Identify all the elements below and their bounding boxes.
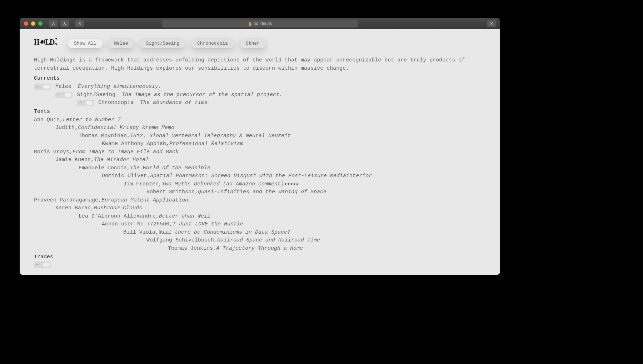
text-author: Boris Groys,: [34, 148, 73, 156]
currents-list: ⤻Melee Everything simultaneously.⤻Sight/…: [34, 83, 486, 107]
text-row[interactable]: Thomas Moynihan, TH12. Global Vertebral …: [79, 132, 486, 140]
address-bar[interactable]: 🔒 ho.ldin.gs: [162, 20, 358, 28]
toolbar-button-3[interactable]: 8: [75, 20, 84, 27]
text-row[interactable]: Judith, Confidential Krispy Kreme Memo: [55, 124, 486, 132]
site-logo[interactable]: H☙LDℑNGS: [34, 35, 57, 51]
text-row[interactable]: Bill Viola, Will there be Condominiums i…: [123, 229, 486, 237]
text-title: The Mirador Hotel: [94, 156, 149, 164]
text-title: Better than Well: [159, 213, 210, 221]
text-author: Ann Quin,: [34, 116, 63, 124]
current-desc: The abundance of time.: [140, 99, 211, 107]
text-title: A Trajectory Through a Home: [216, 245, 303, 253]
text-author: Bill Viola,: [123, 229, 159, 237]
text-row[interactable]: Dominic Oliver, Spatial Pharmakon: Scree…: [102, 172, 486, 180]
traffic-lights: [24, 21, 43, 26]
toolbar-button-2[interactable]: [60, 20, 69, 27]
branch-icon: [63, 21, 67, 26]
text-title: Railroad Space and Railroad Time: [217, 236, 320, 245]
browser-window: 8 🔒 ho.ldin.gs: [20, 18, 500, 275]
text-author: Praveen Paranagamage,: [34, 196, 101, 205]
text-author: Karen Barad,: [55, 204, 94, 213]
current-desc: Everything simultaneously.: [78, 83, 161, 91]
text-title: Mushroom Clouds: [94, 204, 142, 213]
text-row[interactable]: 4chan user No.7726560, I Just LOVE the H…: [102, 220, 486, 229]
text-author: Thomas Jenkins,: [168, 245, 216, 253]
nav-button-show-all[interactable]: Show All: [68, 39, 103, 48]
text-title: Two Myths Debunked (an Amazon comment): [162, 180, 284, 189]
section-title-texts: Texts: [34, 109, 486, 115]
text-author: Emanuele Coccia,: [79, 164, 130, 173]
text-title: Spatial Pharmakon: Screen Disgust with t…: [150, 172, 372, 180]
text-title: Will there be Condominiums in Data Space…: [159, 229, 290, 237]
header-row: H☙LDℑNGS Show AllMeleeSight/SeeingChrono…: [34, 36, 486, 50]
maximize-icon[interactable]: [38, 21, 43, 26]
text-title: Professional Relativism: [169, 140, 243, 148]
text-title: European Patent Application: [101, 196, 188, 205]
nav-button-melee[interactable]: Melee: [108, 39, 134, 48]
toggle-icon[interactable]: ⤻: [34, 84, 51, 90]
text-row[interactable]: Jim Franzen, Two Myths Debunked (an Amaz…: [123, 180, 486, 189]
text-title: I Just LOVE the Hustle: [173, 220, 243, 229]
text-title: The World of the Sensible: [130, 164, 210, 173]
text-title: From Image to Image File—and Back: [73, 148, 179, 156]
text-author: Dominic Oliver,: [102, 172, 150, 180]
toolbar-button-right[interactable]: [487, 20, 496, 27]
toggle-icon[interactable]: ⤻: [34, 261, 51, 268]
text-row[interactable]: Boris Groys, From Image to Image File—an…: [34, 148, 486, 156]
logo-svg: H☙LDℑNGS: [34, 35, 57, 49]
text-row[interactable]: Lea D'Albronn Allexandre, Better than We…: [79, 213, 486, 221]
toggle-icon[interactable]: ⤻: [77, 100, 94, 106]
text-author: Lea D'Albronn Allexandre,: [79, 213, 159, 221]
address-url: ho.ldin.gs: [254, 21, 272, 26]
text-row[interactable]: Emanuele Coccia, The World of the Sensib…: [79, 164, 486, 173]
text-title: Confidential Krispy Kreme Memo: [78, 124, 174, 132]
currents-row[interactable]: ⤻Sight/Seeing The image as the precursor…: [55, 91, 486, 99]
current-desc: The image as the precursor of the spatia…: [122, 91, 283, 99]
nav-buttons: Show AllMeleeSight/SeeingChronocopiaOthe…: [68, 39, 266, 48]
titlebar-right-buttons: [487, 20, 496, 27]
text-row[interactable]: Jamie Kuehn, The Mirador Hotel: [55, 156, 486, 164]
number-icon: 8: [79, 21, 81, 26]
knot-icon: [489, 21, 494, 26]
current-label: Melee: [55, 83, 71, 91]
text-author: Thomas Moynihan,: [79, 132, 130, 140]
page-content: H☙LDℑNGS Show AllMeleeSight/SeeingChrono…: [20, 29, 500, 275]
text-title: TH12. Global Vertebral Telegraphy & Neur…: [130, 132, 291, 140]
stars-icon: ★★★★★: [284, 180, 298, 189]
text-title: Letter to Number 7: [63, 116, 121, 124]
text-row[interactable]: Wolfgang Schivelbusch, Railroad Space an…: [146, 236, 486, 245]
section-title-currents: Currents: [34, 75, 486, 81]
close-icon[interactable]: [24, 21, 28, 26]
texts-list: Ann Quin, Letter to Number 7Judith, Conf…: [34, 116, 486, 253]
currents-row[interactable]: ⤻Melee Everything simultaneously.: [34, 83, 486, 91]
current-label: Chronocopia: [98, 99, 134, 107]
minimize-icon[interactable]: [31, 21, 35, 26]
lock-icon: 🔒: [248, 22, 252, 26]
text-row[interactable]: Robert Smithson, Quasi-Infinities and th…: [146, 188, 486, 196]
nav-button-sight-seeing[interactable]: Sight/Seeing: [139, 39, 186, 48]
text-row[interactable]: Thomas Jenkins, A Trajectory Through a H…: [168, 245, 486, 253]
svg-text:H☙LDℑNGS: H☙LDℑNGS: [34, 37, 57, 46]
toggle-icon[interactable]: ⤻: [55, 92, 73, 98]
tree-icon: [51, 21, 55, 26]
text-author: Robert Smithson,: [146, 188, 198, 196]
currents-row[interactable]: ⤻Chronocopia The abundance of time.: [77, 99, 486, 107]
current-label: Sight/Seeing: [77, 91, 115, 99]
text-row[interactable]: Karen Barad, Mushroom Clouds: [55, 204, 486, 213]
text-author: Jim Franzen,: [123, 180, 162, 189]
titlebar-tool-buttons-2: 8: [75, 20, 84, 27]
nav-button-chronocopia[interactable]: Chronocopia: [191, 39, 234, 48]
text-author: Judith,: [55, 124, 78, 132]
text-row[interactable]: Ann Quin, Letter to Number 7: [34, 116, 486, 124]
toolbar-button-1[interactable]: [49, 20, 58, 27]
intro-text: High Holdings is a framework that addres…: [34, 56, 486, 73]
titlebar-tool-buttons: [49, 20, 69, 27]
titlebar: 8 🔒 ho.ldin.gs: [20, 18, 500, 29]
section-title-trades: Trades: [34, 254, 486, 260]
trades-row[interactable]: ⤻: [34, 261, 486, 268]
desktop: 8 🔒 ho.ldin.gs: [0, 0, 643, 364]
nav-button-other[interactable]: Other: [239, 39, 266, 48]
text-author: Kwame Anthony Appiah,: [102, 140, 169, 148]
text-row[interactable]: Praveen Paranagamage, European Patent Ap…: [34, 196, 486, 205]
text-row[interactable]: Kwame Anthony Appiah, Professional Relat…: [102, 140, 486, 148]
